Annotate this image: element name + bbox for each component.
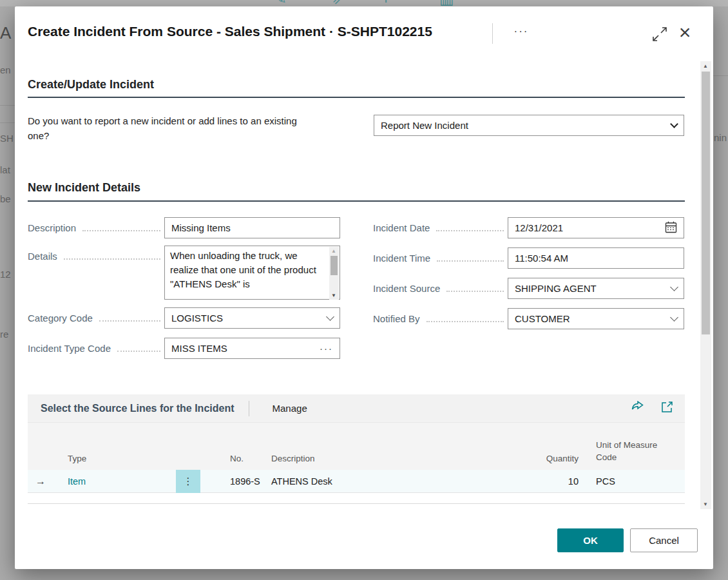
dialog-title: Create Incident From Source - Sales Ship… <box>28 24 432 39</box>
title-divider <box>492 23 493 44</box>
section-heading-new-incident: New Incident Details <box>28 181 140 195</box>
empty-table-row <box>28 493 685 504</box>
create-incident-dialog: Create Incident From Source - Sales Ship… <box>15 6 713 569</box>
details-label: Details <box>28 246 164 267</box>
incident-mode-value: Report New Incident <box>381 120 671 131</box>
share-icon[interactable] <box>631 401 644 416</box>
background-fragment: A <box>0 23 11 43</box>
incident-type-code-label: Incident Type Code <box>28 338 164 359</box>
incident-time-field[interactable]: 11:50:54 AM <box>508 247 684 269</box>
card-title: Select the Source Lines for the Incident <box>41 403 235 414</box>
incident-source-field[interactable]: SHIPPING AGENT <box>508 278 684 299</box>
details-scrollbar[interactable]: ▲ ▼ <box>329 247 339 300</box>
row-type-link[interactable]: Item <box>68 470 86 493</box>
incident-date-field[interactable]: 12/31/2021 <box>508 217 684 238</box>
column-uom[interactable]: Unit of Measure Code <box>596 439 675 463</box>
share-icon: ⇗ <box>332 0 345 6</box>
background-fragment: nin <box>714 132 727 143</box>
section-rule <box>28 200 685 202</box>
chevron-down-icon <box>670 283 678 291</box>
row-description[interactable]: ATHENS Desk <box>271 470 332 493</box>
open-in-new-window-icon[interactable] <box>661 401 673 416</box>
source-lines-card-header: Select the Source Lines for the Incident… <box>28 394 685 422</box>
incident-time-label: Incident Time <box>373 247 508 269</box>
details-field[interactable]: When unloading the truck, we realize tha… <box>164 246 340 300</box>
incident-mode-question: Do you want to report a new incident or … <box>28 113 314 143</box>
category-code-field[interactable]: LOGISTICS <box>164 307 340 329</box>
row-uom[interactable]: PCS <box>596 470 675 493</box>
dialog-scrollbar[interactable]: ▲ ▼ <box>700 61 711 509</box>
section-rule <box>28 97 685 98</box>
notified-by-field[interactable]: CUSTOMER <box>508 308 684 329</box>
description-field[interactable]: Missing Items <box>164 217 340 238</box>
incident-mode-select[interactable]: Report New Incident <box>374 115 684 136</box>
background-divider <box>0 122 15 123</box>
section-heading-create-update: Create/Update Incident <box>28 78 154 92</box>
chevron-down-icon <box>670 313 678 322</box>
row-no[interactable]: 1896-S <box>230 470 260 493</box>
scroll-thumb[interactable] <box>702 72 710 334</box>
row-quantity[interactable]: 10 <box>479 470 579 493</box>
current-row-icon: → <box>35 470 46 493</box>
incident-date-label: Incident Date <box>373 217 508 238</box>
scroll-up-icon[interactable]: ▲ <box>331 248 336 254</box>
column-description[interactable]: Description <box>271 454 315 463</box>
more-options-button[interactable]: ··· <box>506 22 537 44</box>
background-fragment: lat <box>0 164 10 175</box>
category-code-label: Category Code <box>28 307 164 329</box>
add-icon: + <box>381 0 390 6</box>
cancel-button[interactable]: Cancel <box>630 528 698 552</box>
scroll-up-icon[interactable]: ▲ <box>703 63 708 69</box>
background-fragment: 12 <box>0 269 11 280</box>
manage-menu[interactable]: Manage <box>273 403 307 414</box>
background-divider <box>0 105 15 106</box>
row-options-icon[interactable]: ⋮ <box>176 470 200 493</box>
calendar-icon[interactable] <box>665 221 677 235</box>
table-row[interactable]: → Item ⋮ 1896-S ATHENS Desk 10 PCS <box>28 470 685 493</box>
ok-button[interactable]: OK <box>557 528 624 552</box>
chevron-down-icon <box>670 120 678 128</box>
column-type[interactable]: Type <box>68 454 86 463</box>
background-fragment: re <box>0 329 8 340</box>
pencil-icon: ✎ <box>274 0 287 6</box>
incident-type-code-field[interactable]: MISS ITEMS ··· <box>164 338 340 359</box>
scroll-down-icon[interactable]: ▼ <box>331 293 336 298</box>
background-fragment: be <box>0 193 11 204</box>
background-divider <box>713 75 728 76</box>
scroll-down-icon[interactable]: ▼ <box>703 501 708 507</box>
expand-icon[interactable] <box>651 26 668 43</box>
background-fragment: SH <box>0 133 14 144</box>
source-lines-card: Select the Source Lines for the Incident… <box>28 394 685 504</box>
close-icon[interactable]: × <box>673 19 696 45</box>
description-label: Description <box>28 217 164 238</box>
column-no[interactable]: No. <box>230 454 244 463</box>
scroll-thumb[interactable] <box>330 256 338 275</box>
dimmed-background-toolbar: ✎ ⇗ + ▥ <box>0 0 728 6</box>
table-column-headers: Type No. Description Quantity Unit of Me… <box>28 422 685 470</box>
notified-by-label: Notified By <box>373 308 508 329</box>
assist-edit-icon[interactable]: ··· <box>320 343 333 354</box>
grid-icon: ▥ <box>439 0 454 6</box>
background-fragment: en <box>0 64 11 75</box>
incident-source-label: Incident Source <box>373 278 508 299</box>
card-divider <box>249 401 249 416</box>
chevron-down-icon <box>326 313 334 321</box>
column-quantity[interactable]: Quantity <box>479 454 579 463</box>
